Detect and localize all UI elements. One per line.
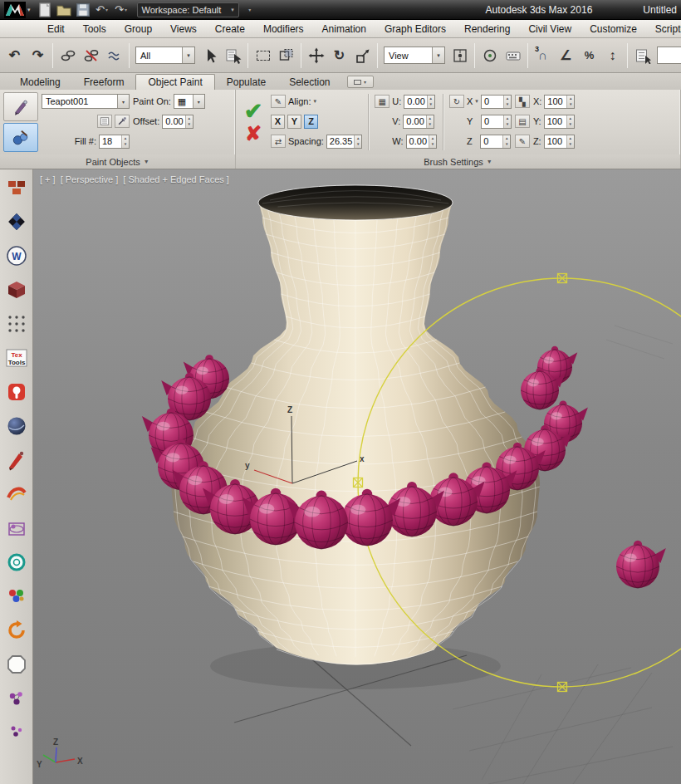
panel-title-brush-settings[interactable]: Brush Settings▼ [236,154,681,169]
edit-named-selections-button[interactable] [631,42,654,69]
tab-freeform[interactable]: Freeform [72,74,136,90]
select-and-manipulate-button[interactable] [478,42,501,69]
reference-coordsys-dropdown[interactable]: View ▾ [384,47,445,64]
menu-create[interactable]: Create [206,20,254,37]
dropdown-arrow-icon[interactable]: ▾ [432,47,444,63]
tab-selection[interactable]: Selection [277,74,341,90]
paint-on-dropdown[interactable]: ▦ ▾ [174,94,205,109]
bind-to-spacewarp-button[interactable] [103,42,125,69]
viewport-general-menu[interactable]: [ + ] [40,174,56,184]
random-scale-icon[interactable]: ✎ [515,135,530,148]
unlink-selection-button[interactable] [80,42,102,69]
select-by-name-button[interactable] [222,42,244,69]
select-and-link-button[interactable] [56,42,79,69]
toolbar-item-textools[interactable]: TexTools [5,346,28,370]
menu-group[interactable]: Group [115,20,161,37]
menu-views[interactable]: Views [161,20,206,37]
toolbar-item-dark-sphere[interactable] [5,414,28,438]
edit-object-list-button[interactable] [97,115,112,128]
toolbar-item-polygon-outline[interactable] [5,653,28,676]
dropdown-arrow-icon[interactable]: ▾ [193,95,204,108]
keyboard-override-button[interactable] [502,42,524,69]
panel-title-paint-objects[interactable]: Paint Objects▼ [0,154,236,169]
redo-button[interactable]: ↷ [27,42,49,69]
pick-object-button[interactable] [115,115,130,128]
workspace-selector[interactable]: Workspace: Default ▾ [137,2,239,17]
toolbar-item-orange-loop[interactable] [5,619,28,642]
spacing-spinner[interactable]: 26.35 ▲▼ [326,135,363,149]
align-x-button[interactable]: X [271,115,285,129]
select-and-scale-button[interactable] [351,42,374,69]
menu-graph-editors[interactable]: Graph Editors [375,20,455,37]
cancel-paint-button[interactable]: ✘ [245,125,262,143]
toolbar-item-rgb-spheres[interactable] [5,585,28,608]
viewport-pov-menu[interactable]: [ Perspective ] [61,174,119,184]
toolbar-item-molecule[interactable] [5,687,28,710]
commit-paint-button[interactable]: ✔ [244,101,263,121]
scatter-u-spinner[interactable]: 0.00▲▼ [404,95,434,109]
snaps-toggle-button[interactable]: 3 ∩ [532,42,554,69]
workspace-menu-button[interactable]: ▾ [242,2,258,18]
application-menu-button[interactable]: ▾ [4,2,31,18]
viewport-shading-menu[interactable]: [ Shaded + Edged Faces ] [123,174,229,184]
rotation-x-spinner[interactable]: 0▲▼ [481,95,512,109]
percent-snap-button[interactable]: % [578,42,600,69]
use-pivot-center-button[interactable] [448,42,471,69]
paint-objects-mode-button[interactable] [3,123,38,152]
menu-animation[interactable]: Animation [313,20,375,37]
align-y-button[interactable]: Y [287,115,301,129]
perspective-viewport[interactable]: Z x y X Y Z [33,169,681,784]
toolbar-item-particle-grid[interactable] [5,312,28,336]
undo-button[interactable]: ↶ [3,42,26,69]
toolbar-item-molecule-small[interactable] [5,721,28,744]
menu-rendering[interactable]: Rendering [455,20,519,37]
offset-spinner[interactable]: 0.00 ▲▼ [162,115,193,129]
named-selection-dropdown[interactable]: ▾ [657,47,681,64]
viewport-canvas[interactable]: Z x y X Y Z [33,169,681,784]
toolbar-item-cube-tools[interactable] [5,278,28,301]
align-flyout-icon[interactable]: ▾ [314,98,317,105]
save-file-button[interactable] [75,2,91,18]
tab-object-paint[interactable]: Object Paint [135,74,214,90]
tab-populate[interactable]: Populate [215,74,277,90]
menu-customize[interactable]: Customize [581,20,646,37]
spinner-snap-button[interactable]: ↕ [601,42,624,69]
toolbar-item-civil-blocks[interactable] [5,176,28,199]
align-z-button[interactable]: Z [304,115,318,129]
vase-object[interactable] [171,185,540,665]
selection-region-button[interactable] [252,42,274,69]
rotation-y-spinner[interactable]: 0▲▼ [481,115,512,129]
select-and-move-button[interactable] [305,42,327,69]
rotation-z-spinner[interactable]: 0▲▼ [480,135,511,149]
toolbar-item-paint-knife[interactable] [5,448,28,472]
toolbar-item-wire-sphere[interactable] [5,517,28,540]
random-rotation-icon[interactable]: ▚ [515,95,530,108]
fill-count-spinner[interactable]: 18 ▲▼ [99,135,130,149]
scatter-v-spinner[interactable]: 0.00▲▼ [403,115,434,129]
select-object-button[interactable] [198,42,221,69]
rotation-flyout-icon[interactable]: ▾ [475,98,478,105]
undo-quick-button[interactable]: ↶▾ [94,2,110,18]
angle-snap-button[interactable]: ∠ [555,42,577,69]
scale-y-spinner[interactable]: 100▲▼ [544,115,575,129]
menu-scripting[interactable]: Scripting [646,20,681,37]
scale-counter-icon[interactable]: ▤ [515,115,530,128]
selection-filter-dropdown[interactable]: All ▾ [135,47,195,64]
toolbar-item-compact-material[interactable] [5,210,28,233]
toolbar-item-teal-ring[interactable] [5,551,28,574]
redo-quick-button[interactable]: ↷▾ [113,2,130,18]
select-and-rotate-button[interactable]: ↻ [328,42,350,69]
open-file-button[interactable] [56,2,72,18]
window-crossing-button[interactable] [275,42,297,69]
menu-civil-view[interactable]: Civil View [519,20,581,37]
paint-fill-mode-button[interactable] [3,92,38,121]
toolbar-item-wallworm[interactable]: W [5,244,28,267]
dropdown-arrow-icon[interactable]: ▾ [117,95,129,108]
toolbar-item-map-pin[interactable] [5,380,28,404]
new-scene-button[interactable] [37,2,53,18]
menu-tools[interactable]: Tools [74,20,115,37]
menu-modifiers[interactable]: Modifiers [254,20,313,37]
dropdown-arrow-icon[interactable]: ▾ [182,47,194,63]
scale-x-spinner[interactable]: 100▲▼ [544,95,575,109]
tab-modeling[interactable]: Modeling [8,74,72,90]
